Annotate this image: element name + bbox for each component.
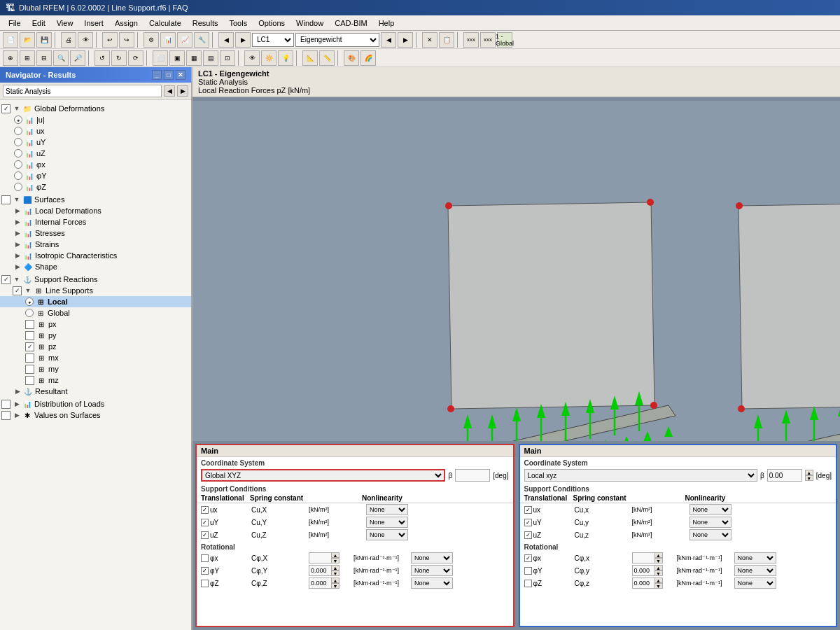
tree-values-surfaces[interactable]: ▶ ✱ Values on Surfaces bbox=[0, 410, 191, 421]
tree-exp-line-sup[interactable]: ▼ bbox=[23, 287, 33, 294]
tb2-vis-3[interactable]: 💡 bbox=[278, 50, 293, 66]
tree-px[interactable]: ⊞ px bbox=[0, 318, 191, 330]
right-nonlin-ux[interactable]: None bbox=[690, 504, 732, 515]
right-beta-up[interactable]: ▲ bbox=[805, 470, 813, 475]
tree-mx[interactable]: ⊞ mx bbox=[0, 352, 191, 363]
tb-btn-e[interactable]: ◀ bbox=[218, 32, 234, 48]
save-button[interactable]: 💾 bbox=[36, 32, 52, 48]
left-spin-dn-phiy[interactable]: ▼ bbox=[331, 570, 340, 576]
tree-cb-global-deformations[interactable] bbox=[1, 104, 10, 113]
tree-distribution-loads[interactable]: ▶ 📊 Distribution of Loads bbox=[0, 398, 191, 410]
undo-button[interactable]: ↩ bbox=[102, 32, 118, 48]
menu-help[interactable]: Help bbox=[373, 18, 400, 29]
right-nonlin-uz[interactable]: None bbox=[690, 529, 732, 540]
right-field-phiy[interactable]: 0.000 bbox=[632, 565, 657, 576]
tb-xyz-2[interactable]: xxx bbox=[480, 32, 496, 48]
tree-exp-strains[interactable]: ▶ bbox=[13, 241, 22, 248]
tree-radio-global[interactable] bbox=[25, 309, 34, 317]
tree-radio-local[interactable] bbox=[25, 298, 34, 306]
nav-minimize[interactable]: _ bbox=[152, 70, 162, 80]
left-nonlin-phiy[interactable]: None bbox=[411, 565, 453, 576]
right-field-phix[interactable] bbox=[632, 552, 657, 564]
tree-cb-mx[interactable] bbox=[25, 354, 34, 363]
tree-exp-values[interactable]: ▶ bbox=[12, 412, 22, 419]
right-spin-up-phiy[interactable]: ▲ bbox=[654, 565, 663, 570]
tree-exp-distribution[interactable]: ▶ bbox=[12, 400, 22, 407]
right-field-phiz[interactable]: 0.000 bbox=[632, 578, 657, 589]
open-button[interactable]: 📂 bbox=[20, 32, 35, 48]
right-nonlin-phiz[interactable]: None bbox=[734, 578, 776, 589]
left-spin-up-phiy[interactable]: ▲ bbox=[331, 565, 340, 570]
tree-global-deformations[interactable]: ▼ 📁 Global Deformations bbox=[0, 103, 191, 114]
right-beta-dn[interactable]: ▼ bbox=[805, 475, 813, 481]
tree-phiy[interactable]: 📊 φY bbox=[0, 170, 191, 181]
lc-select[interactable]: LC1 bbox=[252, 33, 294, 47]
tb2-view-2[interactable]: ▣ bbox=[169, 50, 185, 66]
right-spin-dn-phiy[interactable]: ▼ bbox=[654, 570, 663, 576]
tree-exp-local-def[interactable]: ▶ bbox=[13, 207, 22, 214]
tree-u-abs[interactable]: 📊 |u| bbox=[0, 114, 191, 125]
left-chk-uz[interactable] bbox=[201, 531, 209, 539]
tree-cb-my[interactable] bbox=[25, 365, 34, 374]
menu-assign[interactable]: Assign bbox=[109, 18, 144, 29]
tb2-snap-2[interactable]: 📏 bbox=[319, 50, 335, 66]
tree-cb-mz[interactable] bbox=[25, 376, 34, 385]
tree-uy[interactable]: 📊 uY bbox=[0, 136, 191, 148]
tree-exp-surfaces[interactable]: ▼ bbox=[12, 196, 22, 203]
tree-radio-uz[interactable] bbox=[14, 149, 22, 158]
left-nonlin-uz[interactable]: None bbox=[366, 529, 408, 540]
right-nonlin-phix[interactable]: None bbox=[734, 552, 776, 564]
tree-cb-support-reactions[interactable] bbox=[1, 275, 10, 284]
right-coord-select[interactable]: Local xyz bbox=[524, 469, 757, 482]
tb2-rot-1[interactable]: ↺ bbox=[94, 50, 110, 66]
tb2-color-2[interactable]: 🌈 bbox=[360, 50, 376, 66]
nav-prev-btn[interactable]: ◀ bbox=[164, 85, 175, 97]
right-chk-phiz[interactable] bbox=[524, 580, 532, 587]
tb-nav-prev[interactable]: ◀ bbox=[381, 32, 396, 48]
tb-btn-c[interactable]: 📈 bbox=[177, 32, 192, 48]
tree-support-reactions[interactable]: ▼ ⚓ Support Reactions bbox=[0, 274, 191, 285]
menu-insert[interactable]: Insert bbox=[78, 18, 109, 29]
tree-uz[interactable]: 📊 uZ bbox=[0, 148, 191, 159]
right-beta-field[interactable]: 0.00 bbox=[767, 469, 802, 482]
left-nonlin-phix[interactable]: None bbox=[411, 552, 453, 564]
right-chk-ux[interactable] bbox=[524, 506, 532, 514]
tree-exp-shape[interactable]: ▶ bbox=[13, 263, 22, 270]
left-coord-select[interactable]: Global XYZ bbox=[201, 469, 445, 482]
tree-local[interactable]: ⊞ Local bbox=[0, 296, 191, 307]
redo-button[interactable]: ↪ bbox=[119, 32, 134, 48]
left-nonlin-phiz[interactable]: None bbox=[411, 578, 453, 589]
tree-radio-ux[interactable] bbox=[14, 127, 22, 135]
tb-xyz-1[interactable]: xxx bbox=[463, 32, 479, 48]
tb-btn-a[interactable]: ⚙ bbox=[144, 32, 159, 48]
tree-local-deformations[interactable]: ▶ 📊 Local Deformations bbox=[0, 205, 191, 216]
print-button[interactable]: 🖨 bbox=[61, 32, 76, 48]
tree-radio-phiy[interactable] bbox=[14, 172, 22, 180]
tree-global[interactable]: ⊞ Global bbox=[0, 307, 191, 318]
tb-nav-next[interactable]: ▶ bbox=[398, 32, 413, 48]
tree-phix[interactable]: 📊 φx bbox=[0, 159, 191, 170]
lc-name-select[interactable]: Eigengewicht bbox=[295, 33, 379, 47]
left-spin-dn-phiz[interactable]: ▼ bbox=[331, 583, 340, 589]
tree-strains[interactable]: ▶ 📊 Strains bbox=[0, 239, 191, 250]
left-chk-ux[interactable] bbox=[201, 506, 209, 514]
right-spin-dn-phiz[interactable]: ▼ bbox=[654, 583, 663, 589]
tree-resultant[interactable]: ▶ ⚓ Resultant bbox=[0, 386, 191, 397]
tree-mz[interactable]: ⊞ mz bbox=[0, 374, 191, 386]
menu-window[interactable]: Window bbox=[290, 18, 329, 29]
tree-cb-surfaces[interactable] bbox=[1, 195, 10, 204]
tb-btn-f[interactable]: ▶ bbox=[235, 32, 251, 48]
tree-cb-py[interactable] bbox=[25, 331, 34, 340]
tb2-btn-5[interactable]: 🔎 bbox=[70, 50, 85, 66]
tree-isotropic[interactable]: ▶ 📊 Isotropic Characteristics bbox=[0, 250, 191, 261]
tb2-vis-2[interactable]: 🔆 bbox=[261, 50, 276, 66]
tree-internal-forces[interactable]: ▶ 📊 Internal Forces bbox=[0, 216, 191, 227]
new-button[interactable]: 📄 bbox=[3, 32, 18, 48]
tb2-color-1[interactable]: 🎨 bbox=[344, 50, 359, 66]
left-chk-uy[interactable] bbox=[201, 519, 209, 526]
tree-cb-values[interactable] bbox=[1, 411, 10, 420]
tree-ux[interactable]: 📊 ux bbox=[0, 125, 191, 136]
menu-view[interactable]: View bbox=[51, 18, 79, 29]
left-nonlin-uy[interactable]: None bbox=[366, 517, 408, 528]
left-chk-phix[interactable] bbox=[201, 554, 209, 562]
